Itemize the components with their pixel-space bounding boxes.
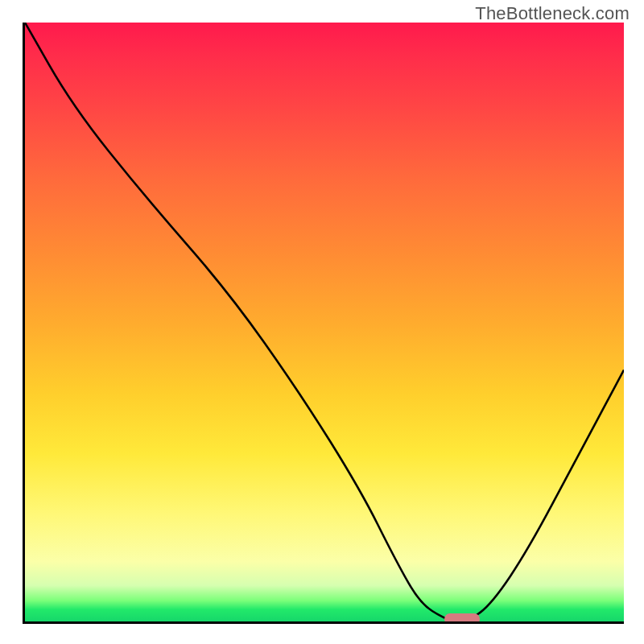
watermark-text: TheBottleneck.com	[475, 3, 630, 24]
bottleneck-curve-path	[25, 23, 624, 621]
plot-area	[23, 23, 624, 624]
bottleneck-curve-svg	[25, 23, 624, 621]
optimum-marker	[444, 613, 480, 624]
chart-container: TheBottleneck.com	[0, 0, 644, 644]
